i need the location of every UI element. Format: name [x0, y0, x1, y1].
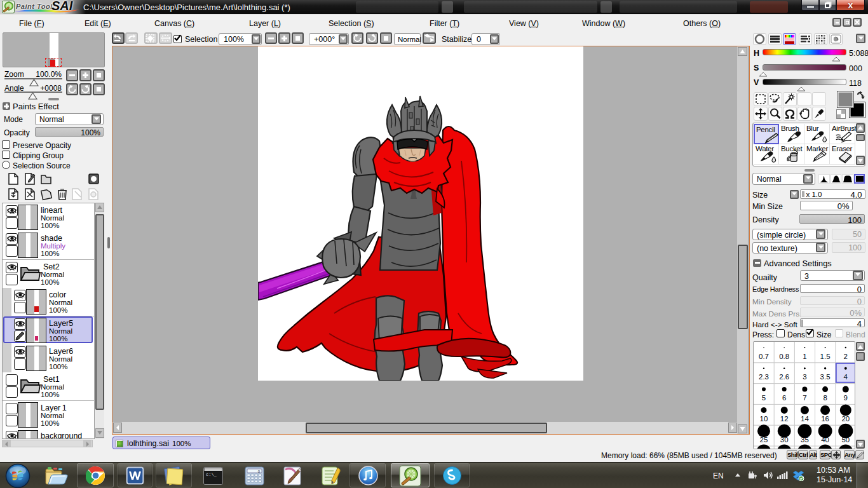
- svg-text:1: 1: [803, 353, 806, 360]
- svg-text:2.6: 2.6: [779, 373, 789, 381]
- svg-text:2.3: 2.3: [759, 373, 769, 381]
- svg-text:3: 3: [803, 373, 806, 381]
- svg-text:0.7: 0.7: [759, 353, 769, 360]
- svg-text:12: 12: [780, 415, 789, 423]
- svg-text:9: 9: [844, 394, 848, 402]
- svg-text:7: 7: [803, 394, 806, 402]
- svg-text:6: 6: [782, 394, 786, 402]
- svg-text:c:\_: c:\_: [206, 472, 217, 477]
- svg-text:8: 8: [823, 394, 827, 402]
- svg-text:3.5: 3.5: [820, 373, 831, 381]
- svg-text:0.8: 0.8: [779, 353, 789, 360]
- svg-text:2: 2: [844, 353, 848, 360]
- svg-text:1.5: 1.5: [820, 353, 831, 360]
- svg-text:5: 5: [762, 394, 766, 402]
- svg-text:20: 20: [841, 415, 850, 423]
- svg-text:4: 4: [844, 373, 848, 381]
- svg-text:10: 10: [760, 415, 768, 423]
- svg-text:16: 16: [821, 415, 829, 423]
- svg-text:14: 14: [801, 415, 809, 423]
